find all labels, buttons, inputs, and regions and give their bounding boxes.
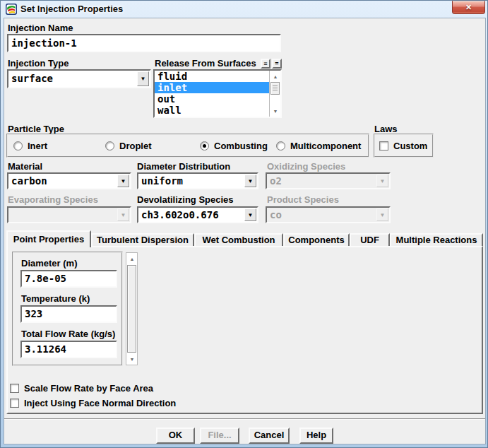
radio-selected-icon [200, 141, 209, 151]
scale-flow-rate-checkbox[interactable]: Scale Flow Rate by Face Area [10, 382, 153, 394]
chevron-down-icon: ▼ [376, 208, 388, 221]
devolatilizing-species-dropdown[interactable]: ch3.602o0.676 ▼ [137, 206, 258, 223]
scroll-up-icon[interactable]: ▲ [127, 254, 137, 264]
list-item-inlet-selected[interactable]: inlet [155, 82, 269, 93]
temperature-input[interactable]: 323 [20, 305, 117, 323]
scroll-up-icon[interactable]: ▲ [270, 71, 280, 81]
inject-face-normal-label: Inject Using Face Normal Direction [24, 398, 176, 408]
list-scrollbar-thumb[interactable] [270, 82, 280, 95]
tab-wet-combustion[interactable]: Wet Combustion [194, 233, 283, 246]
material-dropdown[interactable]: carbon ▼ [7, 172, 131, 189]
list-item-out[interactable]: out [155, 93, 269, 105]
custom-laws-label: Custom [393, 141, 427, 151]
list-singleselect-button[interactable]: = [272, 59, 282, 69]
release-surfaces-listbox: fluid inlet out wall ▲ ▼ [153, 69, 282, 118]
product-species-value: co [270, 208, 282, 222]
radio-multicomponent[interactable]: Multicomponent [276, 140, 361, 151]
tab-multiple-reactions[interactable]: Multiple Reactions [390, 233, 483, 246]
radio-combusting-label: Combusting [214, 141, 268, 151]
chevron-down-icon: ▼ [376, 175, 388, 187]
oxidizing-species-value: o2 [270, 174, 282, 188]
checkbox-icon [10, 384, 19, 393]
chevron-down-icon[interactable]: ▼ [244, 208, 256, 221]
lines-icon: ≡ [263, 60, 267, 67]
point-properties-scrollbar[interactable]: ▲ ▼ [126, 252, 138, 365]
cancel-button[interactable]: Cancel [249, 428, 290, 444]
scrollbar-grip-icon [273, 86, 278, 91]
scale-flow-rate-label: Scale Flow Rate by Face Area [24, 383, 153, 394]
injection-name-label: Injection Name [8, 23, 73, 33]
radio-icon [13, 141, 23, 151]
help-button[interactable]: Help [299, 428, 333, 444]
window-title: Set Injection Properties [20, 1, 123, 17]
radio-inert[interactable]: Inert [13, 140, 47, 151]
scrollbar-thumb[interactable] [127, 265, 136, 353]
list-item-wall[interactable]: wall [155, 105, 269, 116]
chevron-down-icon[interactable]: ▼ [117, 175, 129, 187]
diameter-distribution-label: Diameter Distribution [137, 161, 230, 172]
fluent-app-icon [6, 4, 17, 15]
diameter-label: Diameter (m) [21, 258, 77, 269]
tab-udf[interactable]: UDF [350, 233, 390, 246]
radio-combusting[interactable]: Combusting [200, 140, 268, 151]
diameter-distribution-value: uniform [141, 174, 183, 188]
chevron-down-icon: ▼ [117, 208, 129, 221]
tab-components[interactable]: Components [283, 233, 350, 246]
product-species-label: Product Species [267, 194, 339, 205]
radio-multicomponent-label: Multicomponent [290, 141, 361, 151]
titlebar[interactable]: Set Injection Properties ✕ [1, 1, 487, 18]
product-species-dropdown: co ▼ [266, 206, 391, 223]
injection-type-dropdown[interactable]: surface ▼ [7, 69, 151, 88]
tab-point-properties[interactable]: Point Properties [6, 230, 91, 247]
particle-type-label: Particle Type [8, 124, 64, 134]
evaporating-species-label: Evaporating Species [8, 194, 98, 205]
oxidizing-species-dropdown: o2 ▼ [266, 172, 391, 189]
checkbox-icon [10, 399, 19, 408]
chevron-down-icon[interactable]: ▼ [137, 71, 149, 86]
devolatilizing-species-label: Devolatilizing Species [137, 194, 234, 205]
list-scrollbar[interactable]: ▲ ▼ [269, 71, 280, 117]
custom-laws-checkbox[interactable]: Custom [379, 140, 427, 151]
injection-type-value: surface [11, 71, 53, 87]
chevron-down-icon[interactable]: ▼ [244, 175, 256, 187]
release-surfaces-list: fluid inlet out wall [155, 71, 269, 117]
list-item-fluid[interactable]: fluid [155, 71, 269, 82]
file-button[interactable]: File... [200, 428, 239, 444]
laws-label: Laws [374, 124, 398, 134]
total-flow-rate-input[interactable]: 3.11264 [20, 341, 117, 358]
tab-turbulent-dispersion[interactable]: Turbulent Dispersion [91, 233, 194, 246]
radio-droplet[interactable]: Droplet [105, 140, 152, 151]
temperature-label: Temperature (k) [21, 293, 90, 304]
set-injection-properties-dialog: Set Injection Properties ✕ Injection Nam… [0, 0, 488, 448]
release-surfaces-label: Release From Surfaces [155, 58, 256, 69]
radio-inert-label: Inert [28, 141, 47, 151]
inject-face-normal-checkbox[interactable]: Inject Using Face Normal Direction [10, 397, 176, 408]
scroll-down-icon[interactable]: ▼ [270, 106, 280, 116]
total-flow-rate-label: Total Flow Rate (kg/s) [21, 329, 115, 339]
close-button[interactable]: ✕ [452, 1, 485, 14]
radio-icon [105, 141, 114, 151]
ok-button[interactable]: OK [156, 428, 195, 444]
scroll-down-icon[interactable]: ▼ [127, 354, 137, 364]
radio-droplet-label: Droplet [119, 141, 152, 151]
material-value: carbon [11, 174, 47, 188]
evaporating-species-dropdown: ▼ [7, 206, 131, 223]
close-icon: ✕ [465, 3, 472, 11]
injection-type-label: Injection Type [8, 58, 69, 69]
checkbox-icon [379, 141, 388, 151]
button-separator [4, 418, 485, 420]
diameter-distribution-dropdown[interactable]: uniform ▼ [137, 172, 258, 189]
injection-name-input[interactable]: injection-1 [7, 34, 281, 52]
material-label: Material [8, 161, 42, 172]
devolatilizing-species-value: ch3.602o0.676 [141, 208, 219, 222]
oxidizing-species-label: Oxidizing Species [267, 161, 345, 172]
diameter-input[interactable]: 7.8e-05 [20, 270, 117, 288]
radio-icon [276, 141, 285, 151]
list-multiselect-button[interactable]: ≡ [261, 59, 270, 69]
equals-icon: = [275, 60, 278, 67]
